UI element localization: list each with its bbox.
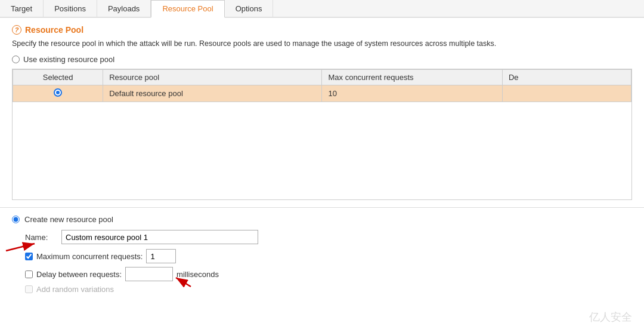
max-concurrent-label[interactable]: Maximum concurrent requests: — [36, 252, 143, 261]
bottom-section: Create new resource pool Name: Maximum c… — [0, 207, 644, 303]
tab-options[interactable]: Options — [225, 0, 274, 17]
random-variations-row: Add random variations — [12, 285, 632, 294]
row-selected-cell — [13, 85, 103, 102]
delay-label[interactable]: Delay between requests: — [36, 270, 122, 279]
table-row[interactable]: Default resource pool 10 — [13, 85, 631, 102]
name-field-row: Name: — [12, 230, 632, 244]
section-title-text: Resource Pool — [25, 25, 83, 35]
milliseconds-label: milliseconds — [177, 270, 219, 279]
random-checkbox[interactable] — [25, 285, 33, 293]
help-icon[interactable]: ? — [12, 25, 21, 35]
tab-payloads[interactable]: Payloads — [97, 0, 151, 17]
use-existing-label[interactable]: Use existing resource pool — [23, 55, 114, 64]
section-heading: ? Resource Pool — [12, 25, 632, 35]
tab-target[interactable]: Target — [0, 0, 44, 17]
tab-bar: Target Positions Payloads Resource Pool … — [0, 0, 644, 18]
delay-input[interactable] — [125, 267, 173, 281]
use-existing-radio[interactable] — [12, 56, 20, 63]
col-max-requests: Max concurrent requests — [322, 70, 502, 85]
col-pool-name: Resource pool — [103, 70, 322, 85]
col-selected: Selected — [13, 70, 103, 85]
max-concurrent-row: Maximum concurrent requests: — [12, 249, 632, 263]
radio-dot-selected — [54, 88, 62, 97]
row-max-requests: 10 — [322, 85, 502, 102]
use-existing-row: Use existing resource pool — [12, 55, 632, 64]
random-label: Add random variations — [36, 285, 114, 294]
tab-positions[interactable]: Positions — [44, 0, 97, 17]
row-pool-name: Default resource pool — [103, 85, 322, 102]
main-content: ? Resource Pool Specify the resource poo… — [0, 18, 644, 207]
delay-checkbox[interactable] — [25, 270, 33, 278]
max-concurrent-input[interactable] — [146, 249, 176, 263]
table-container: Selected Resource pool Max concurrent re… — [12, 69, 632, 200]
create-new-radio[interactable] — [12, 216, 20, 223]
create-new-label[interactable]: Create new resource pool — [24, 215, 113, 224]
name-input[interactable] — [61, 230, 258, 244]
create-new-row: Create new resource pool — [12, 215, 632, 224]
delay-row: Delay between requests: milliseconds — [12, 267, 632, 281]
name-label: Name: — [25, 233, 58, 242]
tab-resource-pool[interactable]: Resource Pool — [151, 0, 224, 18]
table-header-row: Selected Resource pool Max concurrent re… — [13, 70, 631, 85]
row-extra — [502, 85, 631, 102]
watermark: 亿人安全 — [589, 310, 632, 324]
page-wrapper: Target Positions Payloads Resource Pool … — [0, 0, 644, 329]
max-concurrent-checkbox[interactable] — [25, 253, 33, 260]
description-text: Specify the resource pool in which the a… — [12, 39, 632, 48]
col-extra: De — [502, 70, 631, 85]
pool-table: Selected Resource pool Max concurrent re… — [13, 69, 631, 102]
